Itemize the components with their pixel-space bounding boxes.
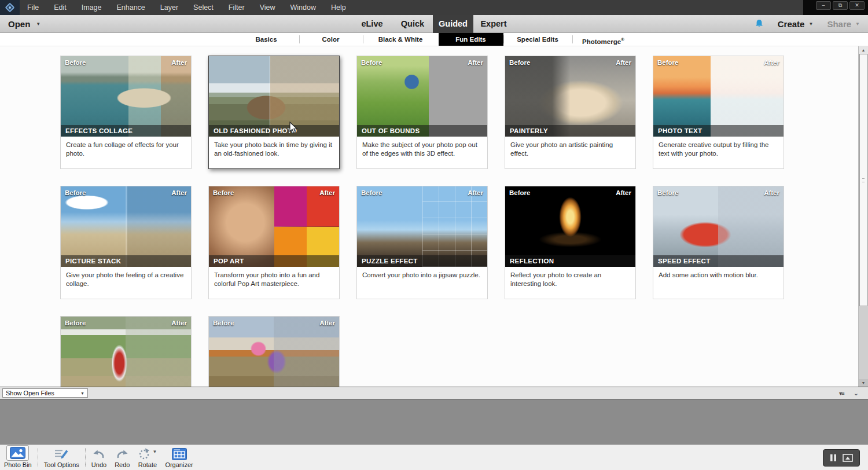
after-label: After [319,189,335,196]
chevron-down-icon[interactable]: ▼ [152,449,157,454]
guided-tab-photomerge[interactable]: Photomerge® [572,33,635,46]
before-label: Before [509,189,530,196]
card-description: Take your photo back in time by giving i… [209,137,339,158]
before-label: Before [213,189,234,196]
guided-edit-card-painterly[interactable]: Before After PAINTERLY Give your photo a… [505,56,636,169]
playback-controls[interactable] [823,449,860,467]
taskbar-tool-options-button[interactable]: Tool Options [40,445,83,470]
taskbar-organizer-button[interactable]: Organizer [161,445,197,470]
menu-file[interactable]: File [20,0,46,15]
restore-window-button[interactable]: ⧉ [833,1,848,10]
taskbar-redo-button[interactable]: Redo [111,445,134,470]
tool-options-icon [54,447,69,461]
menu-help[interactable]: Help [323,0,354,15]
share-button[interactable]: Share ▼ [827,19,860,29]
card-before-after-image: Before After POP ART [209,186,339,267]
card-before-after-image: Before After PAINTERLY [505,56,635,137]
vertical-scrollbar[interactable]: ▲ ▼ [858,46,868,387]
scrollbar-up-arrow-icon[interactable]: ▲ [859,46,868,54]
mode-tab-quick[interactable]: Quick [392,15,433,33]
slideshow-preview-icon[interactable] [843,454,853,462]
card-title: OUT OF BOUNDS [357,125,487,137]
menu-edit[interactable]: Edit [46,0,74,15]
taskbar: Photo BinTool OptionsUndoRedo▼RotateOrga… [0,445,868,470]
menu-image[interactable]: Image [74,0,109,15]
guided-edit-card-picture-stack[interactable]: Before After PICTURE STACK Give your pho… [60,186,192,299]
taskbar-item-label: Rotate [138,461,157,468]
card-description: Reflect your photo to create an interest… [505,267,635,288]
photo-bin-panel[interactable] [0,399,868,445]
chevron-down-icon[interactable]: ▼ [36,21,41,27]
guided-edit-card-reflection[interactable]: Before After REFLECTION Reflect your pho… [505,186,636,299]
mode-tab-expert[interactable]: Expert [473,15,514,33]
before-label: Before [65,59,86,66]
window-controls: –⧉✕ [803,0,868,15]
taskbar-item-label: Tool Options [44,461,79,468]
guided-edit-card-old-fashioned-photo[interactable]: OLD FASHIONED PHOTO Take your photo back… [208,56,340,169]
menu-view[interactable]: View [252,0,283,15]
close-window-button[interactable]: ✕ [849,1,865,10]
menu-select[interactable]: Select [186,0,221,15]
menu-layer[interactable]: Layer [153,0,186,15]
guided-tab-basics[interactable]: Basics [234,33,299,46]
menu-window[interactable]: Window [283,0,323,15]
create-button[interactable]: Create ▼ [778,19,814,29]
open-button-label: Open [8,19,30,29]
card-description: Transform your photo into a fun and colo… [209,267,339,288]
scrollbar-thumb[interactable] [859,54,867,306]
mode-tab-guided[interactable]: Guided [433,15,473,33]
guided-edit-card-row3-11[interactable]: Before After [208,316,340,387]
after-label: After [171,320,187,326]
guided-edit-card-speed-effect[interactable]: Before After SPEED EFFECT Add some actio… [653,186,784,299]
taskbar-undo-button[interactable]: Undo [87,445,111,470]
card-description: Make the subject of your photo pop out o… [357,137,487,158]
guided-edit-card-row3-10[interactable]: Before After [60,316,192,387]
before-label: Before [509,59,530,66]
guided-tab-fun-edits[interactable]: Fun Edits [439,33,503,46]
card-title: SPEED EFFECT [653,255,784,267]
taskbar-item-label: Organizer [165,461,193,468]
after-label: After [468,189,483,196]
taskbar-item-label: Redo [115,461,130,468]
taskbar-photo-bin-button[interactable]: Photo Bin [0,445,36,470]
menu-enhance[interactable]: Enhance [109,0,152,15]
chevron-down-icon: ▼ [80,391,84,395]
guided-tab-black-white[interactable]: Black & White [363,33,439,46]
guided-edit-card-puzzle-effect[interactable]: Before After PUZZLE EFFECT Convert your … [356,186,488,299]
pause-icon[interactable] [830,454,837,462]
menu-filter[interactable]: Filter [221,0,252,15]
taskbar-rotate-button[interactable]: ▼Rotate [134,445,161,470]
show-open-files-dropdown[interactable]: Show Open Files ▼ [2,388,88,398]
before-label: Before [361,59,382,66]
collapse-panel-chevron-icon[interactable]: ⌄ [854,390,859,396]
mode-tab-elive[interactable]: eLive [352,15,392,33]
card-before-after-image: Before After EFFECTS COLLAGE [61,56,191,137]
card-description: Create a fun collage of effects for your… [61,137,191,158]
card-before-after-image: Before After [209,317,339,387]
guided-edit-card-pop-art[interactable]: Before After POP ART Transform your phot… [208,186,340,299]
guided-edit-card-photo-text[interactable]: Before After PHOTO TEXT Generate creativ… [653,56,784,169]
card-title: PHOTO TEXT [653,125,784,137]
taskbar-separator [85,448,86,467]
card-description: Give your photo an artistic painting eff… [505,137,635,158]
scrollbar-down-arrow-icon[interactable]: ▼ [859,379,868,387]
after-label: After [171,59,187,66]
card-before-after-image: Before After PUZZLE EFFECT [357,186,487,267]
panel-menu-icon[interactable]: ▾≡ [839,390,844,396]
right-actions: Create ▼ Share ▼ [755,15,860,33]
after-label: After [764,59,779,66]
photo-bin-icon [6,445,29,461]
taskbar-item-label: Photo Bin [4,461,32,468]
mode-tabs: eLiveQuickGuidedExpert [352,15,514,33]
app-logo [0,0,20,15]
guided-tab-color[interactable]: Color [299,33,363,46]
guided-tab-special-edits[interactable]: Special Edits [503,33,572,46]
notifications-bell-icon[interactable] [755,19,764,29]
guided-edit-card-effects-collage[interactable]: Before After EFFECTS COLLAGE Create a fu… [60,56,192,169]
minimize-window-button[interactable]: – [816,1,831,10]
open-button[interactable]: Open ▼ [8,19,41,29]
guided-edit-card-out-of-bounds[interactable]: Before After OUT OF BOUNDS Make the subj… [356,56,488,169]
card-description: Add some action with motion blur. [653,267,784,280]
card-before-after-image: Before After SPEED EFFECT [653,186,784,267]
undo-icon [92,447,106,461]
